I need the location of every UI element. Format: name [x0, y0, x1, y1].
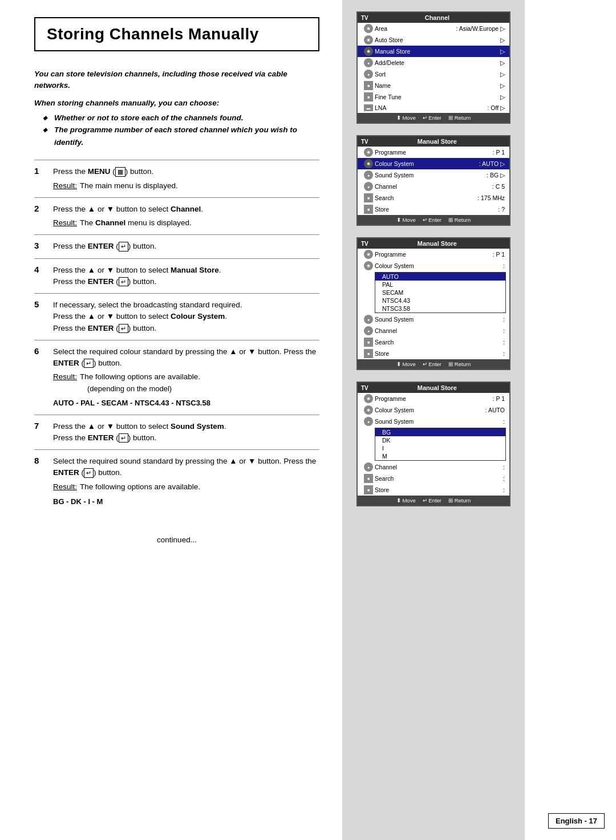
satellite-icon-3: ◉	[364, 47, 373, 56]
result-label: Result:	[53, 180, 77, 192]
tv-footer-3: ⬍ Move ↵ Enter ⊞ Return	[358, 359, 509, 369]
result-label-2: Result:	[53, 217, 77, 229]
tv-ms1-search: ■ Search : 175 MHz	[358, 192, 509, 204]
tv-row-name: ■ Name ▷	[358, 80, 509, 91]
square-icon: ■	[364, 81, 373, 90]
tv-ms2-colour-label: ◉ Colour System :	[358, 260, 509, 271]
tv-ms2-search: ■ Search :	[358, 336, 509, 348]
tv-ms1-sound: ● Sound System : BG ▷	[358, 169, 509, 181]
tv-ms1-channel: ● Channel : C 5	[358, 181, 509, 192]
step-7-line2: Press the ENTER (↵) button.	[53, 432, 319, 444]
step-1-text: Press the MENU (▦) button.	[53, 167, 153, 176]
sound-option-bg: BG	[375, 428, 505, 436]
step-5-line3: Press the ENTER (↵) button.	[53, 323, 319, 334]
result-label-6: Result:	[53, 371, 77, 383]
tv-row-autostore: ◉ Auto Store ▷	[358, 34, 509, 46]
tv-menu-ms2-header: TV Manual Store	[358, 238, 509, 249]
step-4-line2: Press the ENTER (↵) button.	[53, 276, 319, 287]
sound-option-i: I	[375, 444, 505, 452]
tv-menu-manual-store-3: TV Manual Store ◉ Programme : P 1 ◉ Colo…	[356, 382, 510, 506]
sq-icon-ms1: ■	[364, 193, 373, 202]
page-title: Storing Channels Manually	[47, 25, 307, 43]
color-options: AUTO - PAL - SECAM - NTSC4.43 - NTSC3.58	[53, 397, 319, 409]
tv-ms2-store: ■ Store :	[358, 348, 509, 359]
tv-row-adddelete: ● Add/Delete ▷	[358, 57, 509, 68]
step-5: 5 If necessary, select the broadcasting …	[34, 293, 319, 340]
title-box: Storing Channels Manually	[34, 17, 319, 51]
tv-ms3-programme: ◉ Programme : P 1	[358, 393, 509, 404]
square-icon-2: ■	[364, 92, 373, 102]
tv-footer-2: ⬍ Move ↵ Enter ⊞ Return	[358, 215, 509, 225]
sat-icon-ms1-2: ◉	[364, 159, 373, 168]
sat-icon-ms3-2: ◉	[364, 405, 373, 415]
option-ntsc443: NTSC4.43	[375, 297, 505, 305]
tv-row-manualstore: ◉ Manual Store ▷	[358, 46, 509, 57]
tv-ms2-programme: ◉ Programme : P 1	[358, 249, 509, 260]
tv-ms3-channel: ● Channel :	[358, 461, 509, 473]
tv-menu-channel-header: TV Channel	[358, 13, 509, 23]
step-2-result: The Channel menu is displayed.	[80, 217, 192, 229]
step-3: 3 Press the ENTER (↵) button.	[34, 234, 319, 258]
option-pal: PAL	[375, 281, 505, 289]
rect-icon: ▬	[364, 104, 373, 111]
intro-paragraph: You can store television channels, inclu…	[34, 68, 319, 92]
sq-icon-ms2: ■	[364, 338, 373, 347]
tv-menu-manual-store-1: TV Manual Store ◉ Programme : P 1 ◉ Colo…	[356, 135, 510, 226]
option-secam: SECAM	[375, 289, 505, 297]
tv-row-lna: ▬ LNA : Off ▷	[358, 103, 509, 113]
step-5-line1: If necessary, select the broadcasting st…	[53, 299, 319, 311]
right-sidebar: TV Channel ◉ Area : Asia/W.Europe ▷ ◉ Au…	[342, 0, 525, 840]
circle-icon-ms3: ●	[364, 417, 373, 426]
step-7-line1: Press the ▲ or ▼ button to select Sound …	[53, 421, 319, 432]
bullet-list: Whether or not to store each of the chan…	[46, 112, 319, 149]
tv-row-area: ◉ Area : Asia/W.Europe ▷	[358, 23, 509, 34]
option-ntsc358: NTSC3.58	[375, 305, 505, 313]
page-num-value: 17	[589, 817, 597, 825]
step-1: 1 Press the MENU (▦) button. Result: The…	[34, 160, 319, 197]
page-number: -	[585, 817, 589, 825]
tv-ms1-store: ■ Store : ?	[358, 204, 509, 215]
bullet-item-1: Whether or not to store each of the chan…	[46, 112, 319, 124]
step-4-line1: Press the ▲ or ▼ button to select Manual…	[53, 265, 319, 276]
tv-menu-ms1-header: TV Manual Store	[358, 136, 509, 147]
circle-icon-ms1: ●	[364, 171, 373, 180]
sq-icon-ms2-2: ■	[364, 349, 373, 358]
sound-dropdown: BG DK I M	[375, 428, 506, 461]
satellite-icon-2: ◉	[364, 35, 373, 44]
step-6-line1: Select the required colour standard by p…	[53, 346, 319, 370]
step-6-result: The following options are available.	[80, 371, 200, 383]
sat-icon-ms2-2: ◉	[364, 261, 373, 270]
tv-footer-1: ⬍ Move ↵ Enter ⊞ Return	[358, 113, 509, 123]
step-6: 6 Select the required colour standard by…	[34, 340, 319, 415]
tv-ms3-colour: ◉ Colour System : AUTO	[358, 404, 509, 416]
sat-icon-ms2-1: ◉	[364, 250, 373, 259]
tv-menu-ms3-header: TV Manual Store	[358, 383, 509, 393]
sound-options: BG - DK - I - M	[53, 496, 319, 508]
result-label-8: Result:	[53, 481, 77, 493]
step-8-line1: Select the required sound standard by pr…	[53, 456, 319, 479]
tv-ms1-colour: ◉ Colour System : AUTO ▷	[358, 158, 509, 169]
bullet-item-2: The programme number of each stored chan…	[46, 124, 319, 148]
step-5-line2: Press the ▲ or ▼ button to select Colour…	[53, 311, 319, 322]
step-1-result: The main menu is displayed.	[80, 180, 178, 192]
intro-when: When storing channels manually, you can …	[34, 99, 319, 107]
tv-footer-4: ⬍ Move ↵ Enter ⊞ Return	[358, 496, 509, 505]
sq-icon-ms3-2: ■	[364, 485, 373, 494]
language-label: English	[556, 817, 582, 825]
step-8-result: The following options are available.	[80, 481, 200, 493]
tv-ms3-search: ■ Search :	[358, 473, 509, 484]
tv-ms3-store: ■ Store :	[358, 484, 509, 496]
page-footer: English - 17	[548, 813, 605, 829]
step-3-text: Press the ENTER (↵) button.	[53, 242, 156, 250]
option-auto: AUTO	[375, 273, 505, 281]
sat-icon-ms1-1: ◉	[364, 148, 373, 157]
circle-icon-ms1-2: ●	[364, 182, 373, 191]
continued-text: continued...	[34, 535, 319, 544]
step-7: 7 Press the ▲ or ▼ button to select Soun…	[34, 415, 319, 450]
sq-icon-ms1-2: ■	[364, 205, 373, 214]
circle-icon: ●	[364, 58, 373, 67]
circle-icon-ms3-2: ●	[364, 462, 373, 472]
tv-ms3-sound-label: ● Sound System :	[358, 416, 509, 427]
tv-menu-manual-store-2: TV Manual Store ◉ Programme : P 1 ◉ Colo…	[356, 237, 510, 370]
tv-row-sort: ● Sort ▷	[358, 68, 509, 80]
